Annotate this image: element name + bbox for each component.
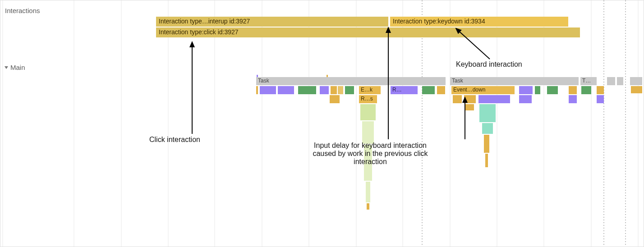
flame-bar[interactable] — [569, 86, 577, 94]
flame-bar[interactable] — [331, 86, 337, 94]
flame-bar[interactable] — [362, 121, 374, 144]
event-rs-bar[interactable]: R…s — [359, 95, 377, 103]
task-bar-small[interactable] — [607, 77, 615, 85]
flame-bar[interactable] — [485, 154, 488, 167]
bar-label: Interaction type:click id:3927 — [159, 28, 239, 36]
flame-bar[interactable] — [519, 95, 532, 103]
annotation-keyboard: Keyboard interaction — [456, 60, 522, 69]
bar-label: Task — [258, 78, 269, 84]
bar-label: Interaction type:keydown id:3934 — [393, 18, 485, 25]
task-bar-1[interactable]: Task — [256, 77, 446, 85]
task-bar-small[interactable] — [630, 77, 642, 85]
flame-bar[interactable] — [478, 95, 510, 103]
flame-bar[interactable] — [535, 86, 540, 94]
flame-bar[interactable] — [569, 95, 577, 103]
flame-bar[interactable] — [484, 135, 489, 153]
flame-bar[interactable] — [453, 95, 462, 103]
flame-bar[interactable] — [360, 104, 376, 120]
interactions-track-label[interactable]: Interactions — [5, 7, 40, 14]
flame-bar[interactable] — [597, 86, 604, 94]
flame-bar[interactable] — [465, 104, 474, 110]
task-bar-3[interactable]: T… — [580, 77, 597, 85]
flame-bar[interactable] — [256, 86, 258, 94]
interaction-keydown-bar[interactable]: Interaction type:keydown id:3934 — [390, 17, 568, 27]
flame-bar[interactable] — [345, 86, 354, 94]
bar-label: Task — [452, 78, 463, 84]
performance-panel: Interactions Main Interaction type…inter… — [0, 0, 644, 247]
annotation-click: Click interaction — [149, 136, 200, 144]
event-r-bar[interactable]: R… — [391, 86, 418, 94]
flame-bar[interactable] — [482, 123, 493, 134]
disclosure-triangle-icon[interactable] — [5, 66, 8, 69]
flame-bar[interactable] — [437, 86, 445, 94]
flame-bar[interactable] — [338, 86, 343, 94]
flame-bar[interactable] — [330, 95, 340, 103]
flame-bar[interactable] — [631, 86, 642, 93]
flame-bar[interactable] — [367, 203, 369, 210]
flame-bar[interactable] — [366, 182, 370, 202]
bar-label: T… — [582, 78, 591, 84]
flame-bar[interactable] — [422, 86, 435, 94]
flame-bar[interactable] — [298, 86, 316, 94]
bar-label: Interaction type…interup id:3927 — [159, 18, 250, 25]
flame-bar[interactable] — [519, 86, 533, 94]
flame-bar[interactable] — [320, 86, 329, 94]
flame-bar[interactable] — [547, 86, 558, 94]
event-down-bar[interactable]: Event…down — [451, 86, 515, 94]
task-bar-small[interactable] — [617, 77, 623, 85]
flame-bar[interactable] — [479, 104, 496, 122]
interaction-pointerup-bar[interactable]: Interaction type…interup id:3927 — [156, 17, 388, 27]
label-text: Main — [10, 64, 25, 71]
bar-label: R…s — [361, 96, 373, 102]
annotation-delay: Input delay for keyboard interaction cau… — [303, 142, 438, 166]
bar-label: E…k — [361, 87, 373, 93]
flame-bar[interactable] — [464, 95, 476, 103]
event-ek-bar[interactable]: E…k — [359, 86, 381, 94]
bar-label: R… — [392, 87, 402, 93]
task-bar-2[interactable]: Task — [450, 77, 579, 85]
timeline-grid — [0, 0, 644, 247]
main-track-label[interactable]: Main — [5, 64, 25, 71]
interaction-click-bar[interactable]: Interaction type:click id:3927 — [156, 27, 580, 37]
bar-label: Event…down — [453, 87, 485, 93]
flame-bar[interactable] — [581, 86, 591, 94]
flame-bar[interactable] — [597, 95, 604, 103]
flame-bar[interactable] — [278, 86, 294, 94]
flame-bar[interactable] — [260, 86, 276, 94]
label-text: Interactions — [5, 7, 40, 14]
